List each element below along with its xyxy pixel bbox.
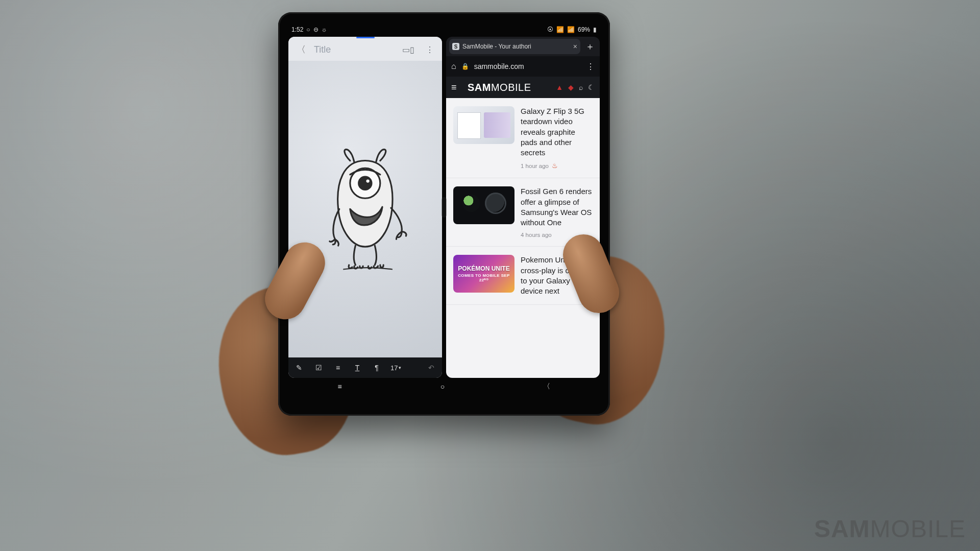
recents-button[interactable]: ≡ [338,382,342,391]
note-title-input[interactable]: Title [314,44,394,55]
browser-tab[interactable]: S SamMobile - Your authori × [449,39,580,54]
text-style-icon[interactable]: T [352,364,363,372]
article-item[interactable]: Galaxy Z Flip 3 5G teardown video reveal… [446,98,600,178]
notes-app-pane: 〈 Title ▭▯ ⋮ [288,37,442,378]
reading-mode-icon[interactable]: ▭▯ [399,43,418,57]
back-button[interactable]: 〈 [293,41,309,58]
home-button[interactable]: ○ [440,382,445,391]
notes-header: 〈 Title ▭▯ ⋮ [288,38,442,61]
sketch-drawing [311,105,419,313]
browser-menu-icon[interactable]: ⋮ [586,62,595,71]
article-thumbnail: POKÉMON UNITE COMES TO MOBILE SEP 22ᴺᴰ [453,255,514,293]
drawing-canvas[interactable] [288,61,442,357]
align-icon[interactable]: ≡ [332,364,344,372]
search-icon[interactable]: ⌕ [579,83,583,91]
undo-icon[interactable]: ↶ [426,364,437,372]
back-nav-button[interactable]: 〈 [543,382,550,391]
browser-pane: S SamMobile - Your authori × ＋ ⌂ 🔒 sammo… [446,37,600,378]
split-screen: 〈 Title ▭▯ ⋮ [288,37,600,378]
browser-tab-row: S SamMobile - Your authori × ＋ [446,37,600,56]
status-bar: 1:52 ○ ⊖ ☼ ⦿ 📶 📶 69% ▮ [288,26,600,37]
home-icon[interactable]: ⌂ [451,62,456,71]
notes-footer-toolbar: ✎ ☑ ≡ T ¶ 17▾ ↶ [288,357,442,378]
more-icon[interactable]: ⋮ [423,43,437,57]
svg-point-1 [359,177,372,189]
sun-icon: ☼ [322,26,327,33]
pen-tool-icon[interactable]: ✎ [293,364,305,372]
close-tab-icon[interactable]: × [573,42,577,51]
favicon: S [452,43,459,50]
battery-icon: ▮ [593,26,597,33]
article-thumbnail [453,186,514,224]
volte-icon: 📶 [556,26,564,33]
battery-percent: 69% [578,26,590,33]
font-size-control[interactable]: 17▾ [390,364,401,372]
article-title: Fossil Gen 6 renders offer a glimpse of … [521,186,593,228]
signal-icon: 📶 [567,26,575,33]
gift-icon[interactable]: ◆ [568,83,574,91]
checklist-icon[interactable]: ☑ [313,364,324,372]
text-block-icon[interactable]: ¶ [371,364,382,372]
foldable-phone: 1:52 ○ ⊖ ☼ ⦿ 📶 📶 69% ▮ 〈 Title ▭▯ ⋮ [278,12,610,416]
split-divider-handle[interactable] [442,197,447,218]
address-bar-row: ⌂ 🔒 sammobile.com ⋮ [446,56,600,77]
lock-icon: 🔒 [461,63,469,70]
hamburger-icon[interactable]: ≡ [451,82,462,93]
user-icon[interactable]: ▲ [556,83,563,91]
wifi-icon: ⦿ [547,26,553,33]
article-thumbnail [453,106,514,144]
whatsapp-icon: ○ [306,26,310,33]
image-watermark: SAMMOBILE [814,515,966,543]
notes-progress-indicator [288,37,442,38]
dnd-icon: ⊖ [313,26,318,33]
svg-point-2 [366,180,370,183]
android-nav-bar: ≡ ○ 〈 [288,378,600,395]
status-time: 1:52 [291,26,303,33]
trending-icon: ♨ [552,162,558,170]
new-tab-button[interactable]: ＋ [583,40,597,53]
site-header: ≡ SAMMOBILE ▲ ◆ ⌕ ☾ [446,77,600,98]
article-title: Galaxy Z Flip 3 5G teardown video reveal… [521,106,593,158]
site-logo[interactable]: SAMMOBILE [468,82,551,93]
article-meta: 1 hour ago ♨ [521,162,593,170]
dark-mode-icon[interactable]: ☾ [588,83,595,91]
url-text[interactable]: sammobile.com [474,62,581,70]
tab-title: SamMobile - Your authori [462,43,570,50]
